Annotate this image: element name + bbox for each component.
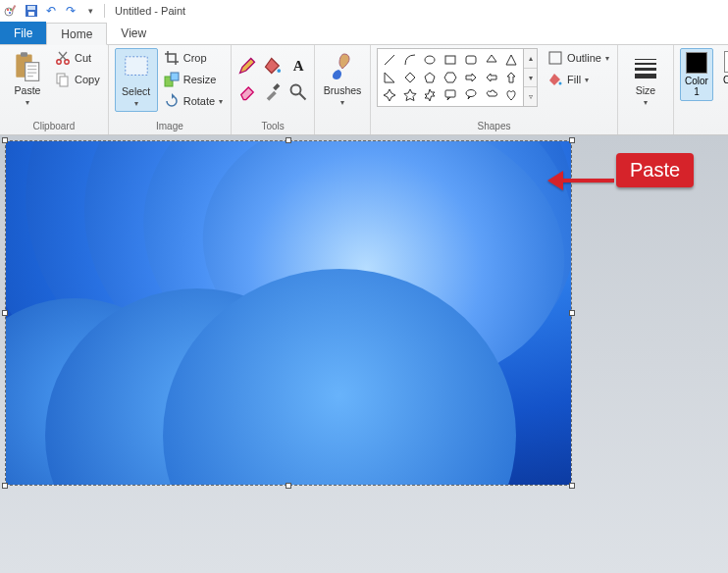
select-label: Select	[122, 85, 150, 97]
tab-file[interactable]: File	[0, 22, 46, 44]
outline-icon	[547, 50, 563, 66]
zoom-tool-icon[interactable]	[288, 80, 308, 104]
brushes-button[interactable]: Brushes ▾	[321, 48, 364, 110]
svg-point-20	[291, 85, 301, 95]
group-colors: Color 1 Color 2	[674, 45, 728, 134]
shape-curve-icon	[400, 51, 420, 68]
group-size: Size ▾	[618, 45, 674, 134]
canvas-selection[interactable]	[6, 141, 571, 485]
title-bar: ↶ ↷ ▾ Untitled - Paint	[0, 0, 728, 22]
image-content	[6, 141, 571, 485]
color1-swatch	[686, 52, 707, 74]
shape-diamond-icon	[400, 69, 420, 85]
spacer	[680, 119, 728, 134]
rotate-icon	[164, 93, 180, 109]
window-title: Untitled - Paint	[107, 5, 185, 17]
color2-button[interactable]: Color 2	[719, 48, 728, 99]
handle-nw[interactable]	[2, 137, 8, 143]
handle-w[interactable]	[2, 310, 8, 316]
svg-point-27	[559, 82, 562, 85]
cut-label: Cut	[75, 52, 91, 64]
svg-rect-17	[171, 73, 179, 80]
qat-customize-icon[interactable]: ▾	[82, 3, 98, 19]
color2-label: Color 2	[723, 75, 728, 96]
outline-button[interactable]: Outline ▾	[546, 48, 611, 68]
shape-arrowu-icon	[501, 69, 521, 85]
work-area	[0, 135, 728, 573]
paste-button[interactable]: Paste ▾	[6, 48, 49, 110]
crop-icon	[164, 50, 180, 66]
shape-star4-icon	[380, 87, 399, 104]
shape-polygon-icon	[482, 51, 501, 68]
tab-view[interactable]: View	[107, 22, 160, 44]
shape-triangle-icon	[501, 51, 521, 68]
rotate-button[interactable]: Rotate ▾	[162, 91, 225, 111]
svg-point-21	[425, 56, 435, 64]
tab-home[interactable]: Home	[46, 23, 107, 45]
text-tool-icon[interactable]: A	[288, 54, 308, 78]
svg-rect-14	[60, 77, 68, 86]
size-button[interactable]: Size ▾	[624, 48, 667, 110]
ribbon-tabs: File Home View	[0, 22, 728, 45]
fill-tool-icon[interactable]	[263, 54, 283, 78]
handle-n[interactable]	[286, 137, 291, 143]
shapes-gallery-scroll[interactable]: ▴ ▾ ▿	[524, 48, 538, 107]
group-clipboard: Paste ▾ Cut Copy Clipboard	[0, 45, 109, 134]
crop-button[interactable]: Crop	[162, 48, 225, 68]
dropdown-icon: ▾	[644, 98, 648, 107]
save-icon[interactable]	[24, 3, 39, 19]
group-label-shapes: Shapes	[377, 119, 611, 134]
shape-roundrect-icon	[461, 51, 481, 68]
handle-se[interactable]	[569, 483, 575, 489]
svg-point-1	[7, 9, 9, 11]
group-image: Select ▾ Crop Resize Rotate ▾ Image	[109, 45, 232, 134]
shape-callout-cloud-icon	[482, 87, 501, 104]
eraser-tool-icon[interactable]	[237, 80, 257, 104]
group-label-clipboard: Clipboard	[6, 119, 102, 134]
spacer	[624, 119, 667, 134]
shape-rtriangle-icon	[380, 69, 399, 85]
shape-heart-icon	[501, 87, 521, 104]
dropdown-icon: ▾	[585, 76, 589, 84]
svg-point-0	[5, 8, 13, 16]
shape-star6-icon	[421, 87, 441, 104]
rotate-label: Rotate	[183, 95, 215, 107]
handle-e[interactable]	[569, 310, 575, 316]
shape-arrowr-icon	[461, 69, 481, 85]
fill-button[interactable]: Fill ▾	[546, 70, 611, 89]
svg-rect-7	[28, 12, 34, 16]
color1-button[interactable]: Color 1	[680, 48, 713, 101]
cut-button[interactable]: Cut	[53, 48, 102, 68]
group-shapes: ▴ ▾ ▿ Outline ▾ Fill ▾ Shapes	[371, 45, 618, 134]
scroll-up-icon: ▴	[524, 49, 537, 69]
picker-tool-icon[interactable]	[263, 80, 283, 104]
select-button[interactable]: Select ▾	[115, 48, 158, 112]
resize-icon	[164, 72, 180, 87]
handle-sw[interactable]	[2, 483, 8, 489]
shapes-gallery[interactable]	[377, 48, 524, 107]
svg-rect-4	[11, 5, 16, 12]
color1-label: Color 1	[685, 76, 708, 97]
handle-ne[interactable]	[569, 137, 575, 143]
shape-pentagon-icon	[421, 69, 441, 85]
dropdown-icon: ▾	[605, 54, 609, 63]
handle-s[interactable]	[286, 483, 291, 489]
copy-button[interactable]: Copy	[53, 70, 102, 89]
quick-access-toolbar: ↶ ↷ ▾	[0, 3, 102, 19]
dropdown-icon: ▾	[340, 98, 344, 107]
undo-icon[interactable]: ↶	[43, 3, 59, 19]
pasted-image[interactable]	[6, 141, 571, 485]
svg-point-3	[9, 12, 11, 14]
dropdown-icon: ▾	[26, 98, 29, 107]
scroll-more-icon: ▿	[524, 87, 537, 106]
svg-rect-26	[549, 52, 561, 64]
svg-rect-23	[466, 56, 476, 64]
pencil-tool-icon[interactable]	[237, 54, 257, 78]
copy-icon	[55, 72, 71, 87]
redo-icon[interactable]: ↷	[63, 3, 78, 19]
cut-icon	[55, 50, 71, 66]
color2-swatch	[724, 51, 728, 73]
resize-button[interactable]: Resize	[162, 70, 225, 89]
resize-label: Resize	[183, 74, 217, 85]
ribbon: Paste ▾ Cut Copy Clipboard	[0, 45, 728, 135]
